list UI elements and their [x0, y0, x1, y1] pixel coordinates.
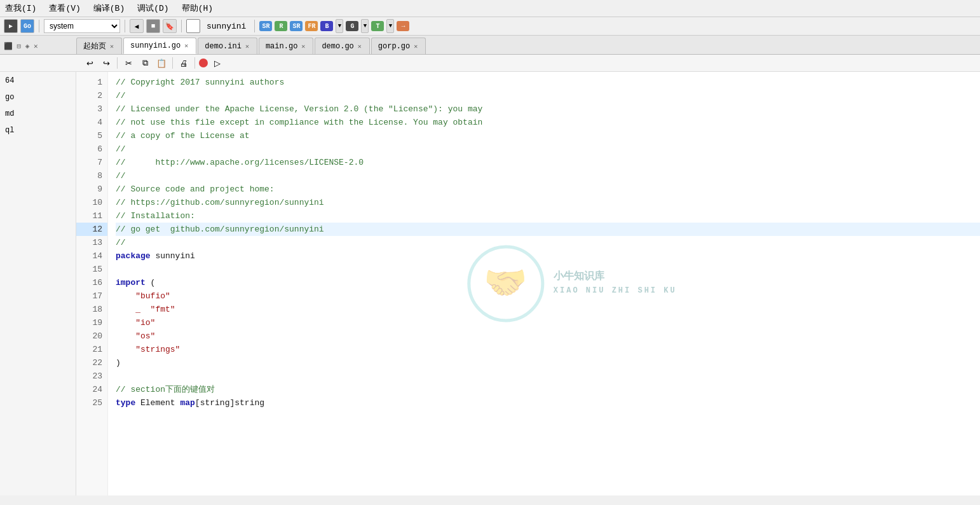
tab-maingo[interactable]: main.go ✕: [259, 38, 313, 54]
code-line-16: import (: [116, 276, 980, 289]
tab-start-label: 起始页: [83, 41, 106, 52]
btn-chevron-t[interactable]: ▼: [386, 19, 394, 33]
badge-arrow[interactable]: →: [397, 21, 409, 31]
ln-2: 2: [76, 89, 107, 102]
ln-10: 10: [76, 196, 107, 209]
play-btn[interactable]: ▷: [210, 57, 224, 69]
badge-r[interactable]: R: [275, 21, 287, 31]
tab-gorpgo-label: gorp.go: [378, 42, 410, 51]
tab-demoini[interactable]: demo.ini ✕: [198, 38, 257, 54]
record-btn[interactable]: [199, 59, 208, 67]
menu-help[interactable]: 帮助(H): [179, 1, 215, 15]
sep3: [181, 20, 182, 32]
code-line-12: // go get github.com/sunnyregion/sunnyin…: [116, 223, 980, 236]
ln-21: 21: [76, 343, 107, 356]
tab-gorpgo[interactable]: gorp.go ✕: [371, 38, 426, 54]
sidebar: 64 go md ql: [0, 72, 76, 495]
code-line-3: // Licensed under the Apache License, Ve…: [116, 102, 980, 116]
redo-btn[interactable]: ↪: [99, 57, 113, 69]
ln-6: 6: [76, 142, 107, 156]
tab-demogo-label: demo.go: [322, 42, 353, 51]
tab-maingo-label: main.go: [266, 42, 297, 51]
tabs-bar: ⬛ ⊟ ◈ ✕ 起始页 ✕ sunnyini.go ✕ demo.ini ✕ m…: [0, 36, 980, 55]
main-toolbar: ▶ Go system ◀ ■ 🔖 sunnyini SR R SR FR B …: [0, 17, 980, 36]
ed-sep1: [117, 57, 118, 69]
line-numbers: 1 2 3 4 5 6 7 8 9 10 11 12 13 14 15 16 1…: [76, 72, 108, 495]
ln-14: 14: [76, 249, 107, 263]
ln-19: 19: [76, 316, 107, 329]
paste-btn[interactable]: 📋: [154, 57, 168, 69]
undo-btn[interactable]: ↩: [83, 57, 97, 69]
code-line-19: "io": [116, 316, 980, 329]
menu-bar: 查我(I) 查看(V) 编译(B) 调试(D) 帮助(H): [0, 0, 980, 17]
tab-start[interactable]: 起始页 ✕: [76, 38, 122, 54]
code-line-7: // http://www.apache.org/licenses/LICENS…: [116, 156, 980, 169]
sidebar-item-ql[interactable]: ql: [0, 124, 76, 137]
ed-sep3: [194, 57, 195, 69]
code-line-20: "os": [116, 329, 980, 343]
badge-g[interactable]: G: [346, 21, 358, 31]
tab-demogo[interactable]: demo.go ✕: [315, 38, 369, 54]
code-lines[interactable]: // Copyright 2017 sunnyini authors // //…: [108, 72, 980, 495]
code-line-11: // Installation:: [116, 209, 980, 223]
ln-13: 13: [76, 236, 107, 249]
tab-sunnyini[interactable]: sunnyini.go ✕: [123, 38, 196, 54]
code-line-21: "strings": [116, 343, 980, 356]
tab-maingo-close[interactable]: ✕: [300, 43, 306, 50]
bookmark[interactable]: 🔖: [163, 19, 177, 33]
run-btn[interactable]: ▶: [4, 19, 18, 33]
ln-20: 20: [76, 329, 107, 343]
nav-back[interactable]: ◀: [130, 19, 144, 33]
badge-sr2[interactable]: SR: [290, 21, 303, 31]
ln-15: 15: [76, 263, 107, 276]
cut-btn[interactable]: ✂: [121, 57, 135, 69]
sidebar-controls[interactable]: ⬛ ⊟ ◈ ✕: [4, 42, 38, 50]
tab-gorpgo-close[interactable]: ✕: [412, 43, 419, 50]
tab-demogo-close[interactable]: ✕: [357, 43, 363, 50]
tab-start-close[interactable]: ✕: [109, 43, 115, 50]
menu-view[interactable]: 查看(V): [46, 1, 83, 15]
badge-t[interactable]: T: [371, 21, 384, 31]
main-layout: 64 go md ql 1 2 3 4 5 6 7 8 9 10 11 12 1: [0, 72, 980, 495]
sep2: [125, 20, 125, 32]
system-dropdown[interactable]: system: [44, 19, 120, 33]
print-btn[interactable]: 🖨: [177, 57, 191, 69]
editor-area[interactable]: 1 2 3 4 5 6 7 8 9 10 11 12 13 14 15 16 1…: [76, 72, 980, 495]
sidebar-item-64[interactable]: 64: [0, 74, 76, 87]
badge-sr1[interactable]: SR: [259, 21, 272, 31]
tab-demoini-close[interactable]: ✕: [244, 43, 250, 50]
ln-1: 1: [76, 76, 107, 89]
btn-chevron-b[interactable]: ▼: [336, 19, 343, 33]
btn-chevron-g[interactable]: ▼: [361, 19, 369, 33]
sep1: [39, 20, 39, 32]
code-line-6: //: [116, 142, 980, 156]
ln-18: 18: [76, 303, 107, 316]
tab-sunnyini-close[interactable]: ✕: [183, 42, 189, 50]
code-line-8: //: [116, 169, 980, 183]
code-line-13: //: [116, 236, 980, 249]
checkbox[interactable]: [186, 19, 200, 33]
code-line-22: ): [116, 356, 980, 370]
code-line-25: type Element map[string]string: [116, 396, 980, 410]
ln-8: 8: [76, 169, 107, 183]
editor-toolbar: ↩ ↪ ✂ ⧉ 📋 🖨 ▷: [0, 55, 980, 72]
ln-12: 12: [76, 223, 107, 236]
badge-b[interactable]: B: [320, 21, 333, 31]
go-btn[interactable]: Go: [20, 19, 34, 33]
file-name-label: sunnyini: [203, 22, 250, 31]
menu-build[interactable]: 编译(B): [91, 1, 127, 15]
code-line-5: // a copy of the License at: [116, 129, 980, 142]
menu-debug[interactable]: 调试(D): [135, 1, 171, 15]
sidebar-item-go[interactable]: go: [0, 91, 76, 104]
sidebar-item-md[interactable]: md: [0, 107, 76, 120]
code-line-2: //: [116, 89, 980, 102]
nav-stop[interactable]: ■: [146, 19, 160, 33]
ln-3: 3: [76, 102, 107, 116]
ln-17: 17: [76, 289, 107, 303]
menu-search[interactable]: 查我(I): [3, 1, 39, 15]
copy-btn[interactable]: ⧉: [138, 57, 152, 69]
ln-9: 9: [76, 183, 107, 196]
ln-5: 5: [76, 129, 107, 142]
badge-fr[interactable]: FR: [305, 21, 318, 31]
code-line-15: [116, 263, 980, 276]
